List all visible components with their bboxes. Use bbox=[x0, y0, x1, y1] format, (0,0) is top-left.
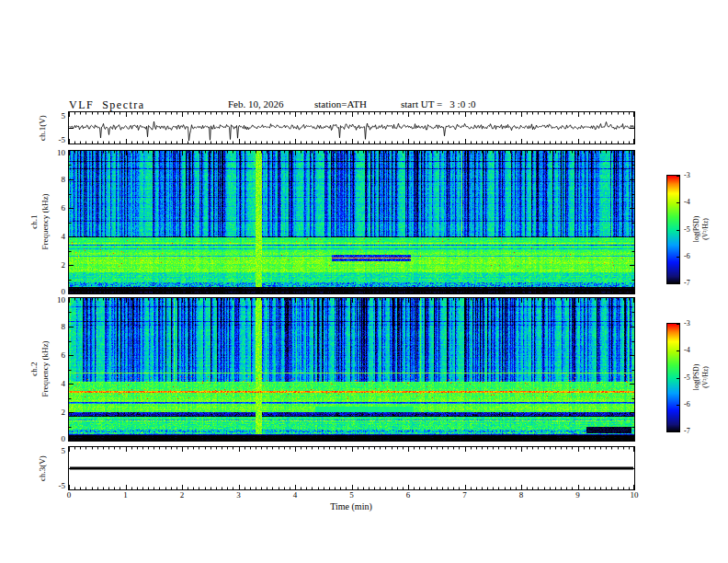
ch2-colorbar bbox=[666, 323, 680, 432]
y-tick-label: -5 bbox=[59, 136, 66, 144]
plot-date: Feb. 10, 2026 bbox=[228, 98, 284, 109]
y-tick-label: 5 bbox=[62, 112, 66, 121]
y-tick-label: 2 bbox=[62, 408, 66, 417]
ch2-spectrogram-ylabel: ch.2 Frequency (kHz) bbox=[29, 340, 51, 396]
colorbar-tick-label: -4 bbox=[684, 199, 690, 206]
colorbar-tick-label: -6 bbox=[684, 401, 690, 408]
y-tick-label: 10 bbox=[57, 296, 65, 304]
y-tick-label: 8 bbox=[62, 323, 66, 331]
ch1-waveform-canvas bbox=[68, 111, 635, 144]
ch1-colorbar bbox=[666, 175, 680, 284]
ch1-spectrogram-ylabel: ch.1 Frequency (kHz) bbox=[29, 193, 51, 249]
colorbar-tick-label: -7 bbox=[684, 280, 690, 287]
x-tick-label: 3 bbox=[236, 491, 241, 500]
y-tick-label: 10 bbox=[57, 149, 65, 157]
x-tick-label: 4 bbox=[293, 491, 298, 500]
y-tick-label: 4 bbox=[62, 380, 66, 388]
colorbar-tick-label: -3 bbox=[684, 172, 690, 179]
ch1-waveform-ylabel: ch.1(V) bbox=[38, 115, 49, 141]
x-tick-label: 9 bbox=[575, 491, 580, 500]
colorbar-tick-label: -4 bbox=[684, 347, 690, 354]
y-tick-label: 6 bbox=[62, 351, 66, 360]
ch3-waveform-canvas bbox=[68, 446, 635, 490]
colorbar-tick-label: -3 bbox=[684, 320, 690, 327]
colorbar-tick-label: -5 bbox=[684, 374, 690, 382]
ch1-colorbar-label: log(PSD)(V²/Hz) bbox=[692, 216, 711, 243]
y-tick-label: 5 bbox=[62, 447, 66, 455]
vlf-spectra-figure: VLF Spectra Feb. 10, 2026 station=ATH st… bbox=[0, 0, 728, 563]
plot-station: station=ATH bbox=[314, 98, 367, 109]
x-tick-label: 1 bbox=[123, 491, 128, 500]
x-tick-label: 8 bbox=[519, 491, 524, 500]
x-tick-label: 2 bbox=[180, 491, 185, 500]
y-tick-label: 8 bbox=[62, 176, 66, 184]
ch1-spectrogram-canvas bbox=[68, 150, 635, 294]
colorbar-tick-label: -7 bbox=[684, 428, 690, 435]
ch2-spectrogram-canvas bbox=[68, 297, 635, 442]
x-tick-label: 0 bbox=[67, 491, 72, 500]
colorbar-tick-label: -5 bbox=[684, 226, 690, 234]
x-tick-label: 5 bbox=[349, 491, 354, 500]
ch3-waveform-ylabel: ch.3(V) bbox=[38, 455, 49, 481]
time-axis-label: Time (min) bbox=[330, 501, 371, 511]
x-tick-label: 7 bbox=[462, 491, 467, 500]
ch2-colorbar-label: log(PSD)(V²/Hz) bbox=[692, 364, 711, 391]
colorbar-tick-label: -6 bbox=[684, 253, 690, 260]
y-tick-label: -5 bbox=[59, 482, 66, 490]
y-tick-label: 6 bbox=[62, 204, 66, 213]
plot-start-ut: start UT = 3 :0 :0 bbox=[401, 98, 475, 109]
y-tick-label: 4 bbox=[62, 233, 66, 241]
plot-title: VLF Spectra bbox=[69, 98, 145, 112]
x-tick-label: 10 bbox=[631, 491, 639, 500]
x-tick-label: 6 bbox=[406, 491, 411, 500]
y-tick-label: 0 bbox=[62, 435, 66, 443]
y-tick-label: 2 bbox=[62, 261, 66, 270]
